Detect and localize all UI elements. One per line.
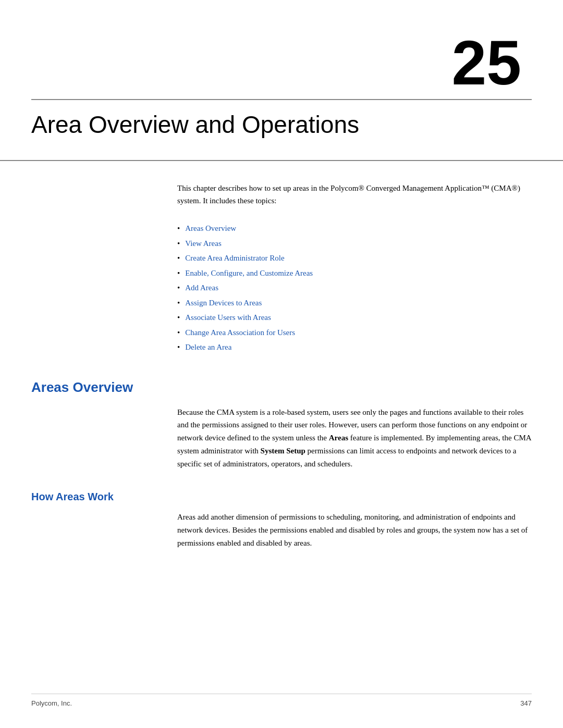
chapter-number: 25 [452,31,521,94]
system-setup-bold: System Setup [261,447,305,455]
list-item: • Assign Devices to Areas [177,297,532,309]
intro-text: This chapter describes how to set up are… [177,182,532,207]
bullet-icon: • [177,252,180,264]
areas-overview-section: Areas Overview Because the CMA system is… [31,379,532,471]
bullet-icon: • [177,297,180,309]
toc-link-associate-users[interactable]: Associate Users with Areas [185,312,271,324]
bullet-icon: • [177,341,180,353]
areas-overview-body: Because the CMA system is a role-based s… [177,406,532,471]
toc-link-add-areas[interactable]: Add Areas [185,282,218,294]
toc-link-areas-overview[interactable]: Areas Overview [185,223,236,235]
toc-link-create-area-admin[interactable]: Create Area Administrator Role [185,252,284,264]
bullet-icon: • [177,282,180,294]
bullet-icon: • [177,238,180,250]
list-item: • Enable, Configure, and Customize Areas [177,267,532,279]
page-container: 25 Area Overview and Operations This cha… [0,0,563,728]
page-footer: Polycom, Inc. 347 [31,694,532,707]
how-areas-work-section: How Areas Work Areas add another dimensi… [31,491,532,549]
list-item: • Create Area Administrator Role [177,252,532,264]
how-areas-work-heading: How Areas Work [31,491,532,503]
footer-page-number: 347 [520,699,532,707]
list-item: • Delete an Area [177,341,532,353]
list-item: • Add Areas [177,282,532,294]
toc-link-enable-configure[interactable]: Enable, Configure, and Customize Areas [185,267,313,279]
toc-link-change-area-association[interactable]: Change Area Association for Users [185,327,295,339]
chapter-title: Area Overview and Operations [31,110,532,139]
list-item: • Associate Users with Areas [177,312,532,324]
bullet-icon: • [177,267,180,279]
toc-link-view-areas[interactable]: View Areas [185,238,222,250]
list-item: • View Areas [177,238,532,250]
footer-company: Polycom, Inc. [31,699,72,707]
toc-link-assign-devices[interactable]: Assign Devices to Areas [185,297,262,309]
content-area: This chapter describes how to set up are… [0,182,563,550]
toc-link-delete-area[interactable]: Delete an Area [185,341,231,353]
how-areas-work-heading-container: How Areas Work [31,491,532,503]
areas-bold: Areas [329,434,348,442]
how-areas-work-body: Areas add another dimension of permissio… [177,511,532,549]
chapter-number-section: 25 [0,0,563,99]
bullet-icon: • [177,327,180,339]
intro-section: This chapter describes how to set up are… [177,182,532,207]
list-item: • Change Area Association for Users [177,327,532,339]
toc-list: • Areas Overview • View Areas • Create A… [177,223,532,353]
areas-overview-heading: Areas Overview [31,379,532,396]
how-areas-work-content: Areas add another dimension of permissio… [177,511,532,549]
areas-overview-heading-container: Areas Overview [31,379,532,396]
bullet-icon: • [177,223,180,235]
areas-overview-content: Because the CMA system is a role-based s… [177,406,532,471]
chapter-title-section: Area Overview and Operations [0,100,563,161]
list-item: • Areas Overview [177,223,532,235]
bullet-icon: • [177,312,180,324]
